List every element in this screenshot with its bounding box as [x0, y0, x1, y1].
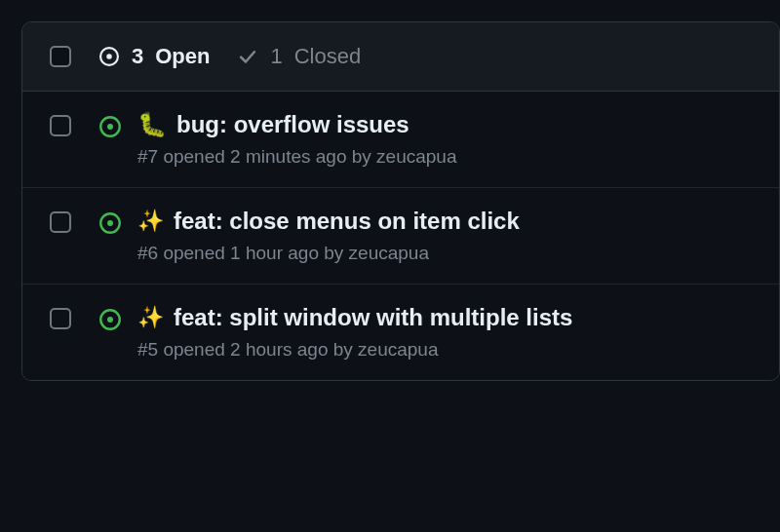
issue-checkbox[interactable] — [50, 211, 71, 233]
issue-content: ✨ feat: split window with multiple lists… — [98, 304, 752, 361]
issue-meta: #6 opened 1 hour ago by zeucapua — [137, 243, 520, 264]
issue-checkbox[interactable] — [50, 308, 71, 329]
svg-point-5 — [107, 220, 113, 226]
issue-list: 3 Open 1 Closed — [21, 21, 780, 381]
issue-meta: #7 opened 2 minutes ago by zeucapua — [137, 146, 456, 168]
issue-title[interactable]: feat: close menus on item click — [174, 208, 520, 235]
check-icon — [237, 46, 258, 67]
issue-content: 🐛 bug: overflow issues #7 opened 2 minut… — [98, 111, 752, 168]
issue-title[interactable]: bug: overflow issues — [176, 111, 410, 138]
issue-title[interactable]: feat: split window with multiple lists — [174, 304, 572, 331]
issue-emoji: ✨ — [137, 305, 164, 330]
issue-emoji: 🐛 — [137, 111, 167, 138]
issue-content: ✨ feat: close menus on item click #6 ope… — [98, 208, 752, 264]
list-header: 3 Open 1 Closed — [22, 22, 779, 92]
closed-label: Closed — [294, 44, 361, 69]
issue-row: ✨ feat: close menus on item click #6 ope… — [22, 188, 779, 285]
svg-point-3 — [107, 124, 113, 130]
header-tabs: 3 Open 1 Closed — [98, 44, 361, 69]
issue-open-icon — [98, 308, 122, 331]
closed-count: 1 — [270, 44, 282, 69]
issue-emoji: ✨ — [137, 209, 164, 234]
select-all-checkbox[interactable] — [50, 46, 71, 67]
tab-open[interactable]: 3 Open — [98, 44, 210, 69]
issue-meta: #5 opened 2 hours ago by zeucapua — [137, 339, 572, 361]
open-label: Open — [155, 44, 210, 69]
issue-open-icon — [98, 115, 122, 138]
open-count: 3 — [132, 44, 143, 69]
issue-open-icon — [98, 211, 122, 235]
issue-row: 🐛 bug: overflow issues #7 opened 2 minut… — [22, 92, 779, 188]
issue-checkbox[interactable] — [50, 115, 71, 136]
svg-point-7 — [107, 317, 113, 323]
tab-closed[interactable]: 1 Closed — [237, 44, 361, 69]
svg-point-1 — [106, 54, 112, 59]
issue-open-icon — [98, 46, 120, 67]
issue-row: ✨ feat: split window with multiple lists… — [22, 285, 779, 380]
